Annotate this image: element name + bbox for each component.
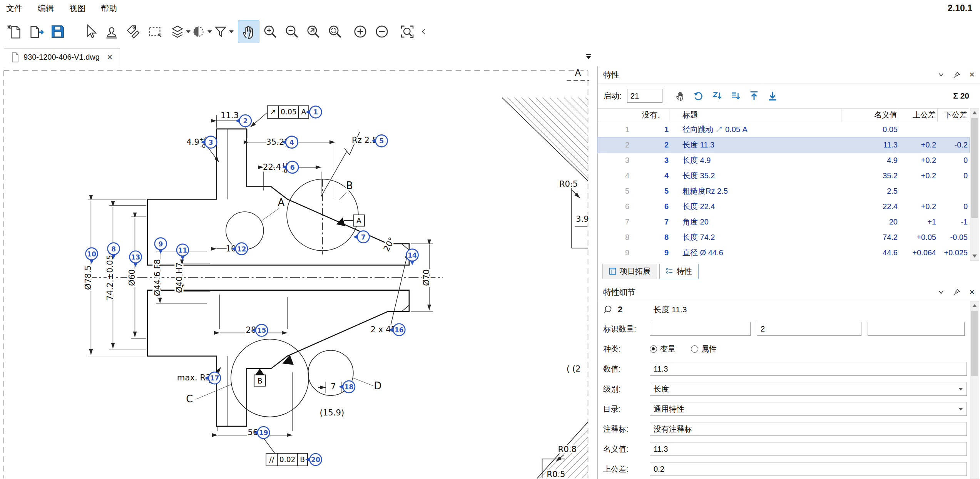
marquee-select-button[interactable] (144, 20, 166, 43)
close-details-button[interactable]: ✕ (968, 288, 976, 296)
move-top-button[interactable] (748, 89, 761, 102)
table-row[interactable]: 33长度 4.94.9+0.20 (598, 153, 969, 168)
collapse-panel-button[interactable] (937, 70, 945, 79)
column-upper-tolerance[interactable]: 上公差 (899, 109, 938, 122)
panel-splitter[interactable] (598, 279, 980, 284)
increase-button[interactable] (350, 20, 371, 43)
details-panel-title: 特性细节 (603, 287, 635, 298)
tab-characteristics[interactable]: 特性 (659, 264, 699, 279)
balloon-9[interactable]: 9 (155, 238, 167, 254)
table-cell: 2.5 (841, 187, 899, 196)
tab-overflow-icon (584, 54, 593, 60)
svg-text:8: 8 (111, 245, 116, 253)
class-select-value: 长度 (654, 384, 669, 394)
id-count-input-1[interactable] (650, 322, 751, 336)
close-tab-icon[interactable]: ✕ (107, 53, 113, 62)
menu-edit[interactable]: 编辑 (38, 3, 54, 14)
zoom-in-button[interactable] (259, 20, 281, 43)
balloon-11[interactable]: 11 (177, 244, 189, 260)
catalog-select[interactable]: 通用特性 (650, 402, 967, 416)
split-view-dropdown-arrow-icon[interactable] (207, 30, 212, 33)
zoom-region-button[interactable] (396, 20, 418, 43)
column-no[interactable]: 没有。 (598, 109, 669, 122)
scroll-up-icon[interactable] (970, 301, 979, 310)
tags-tool-button[interactable] (122, 20, 144, 43)
close-panel-button[interactable]: ✕ (968, 70, 976, 79)
characteristic-number: 2 (618, 305, 622, 315)
list-order-button[interactable] (729, 89, 742, 102)
column-nominal[interactable]: 名义值 (841, 109, 899, 122)
table-row[interactable]: 99直径 Ø 44.644.6+0.064+0.025 (598, 245, 969, 261)
document-tab[interactable]: 930-1200-406-V1.dwg ✕ (4, 48, 120, 66)
scroll-down-icon[interactable] (970, 252, 979, 260)
details-scrollbar-thumb[interactable] (971, 311, 978, 376)
table-row[interactable]: 55粗糙度Rz 2.52.5 (598, 184, 969, 199)
drawing-canvas[interactable]: 11.34.9+0.2-035.2+0.2-0Rz 2.522.4+0.2-0B… (0, 66, 597, 479)
field-label: 标识数量: (603, 324, 650, 334)
table-row[interactable]: 66长度 22.422.4+0.20 (598, 199, 969, 214)
table-row[interactable]: 22长度 11.311.3+0.2-0.2 (598, 137, 969, 153)
svg-text:10: 10 (87, 250, 96, 258)
renumber-button[interactable] (692, 89, 705, 102)
details-scrollbar[interactable] (970, 301, 979, 479)
table-row[interactable]: 77角度 2020+1-1 (598, 214, 969, 230)
drawing-dimension-text: ( (2 (567, 364, 581, 373)
balloon-7[interactable]: 7 (353, 231, 370, 243)
collapse-details-button[interactable] (937, 288, 945, 296)
column-title[interactable]: 标题 (669, 109, 841, 122)
table-cell: +0.05 (899, 233, 938, 242)
table-cell: 20 (841, 218, 899, 226)
zoom-fit-button[interactable] (303, 20, 324, 43)
split-view-button[interactable] (191, 20, 212, 43)
table-row[interactable]: 88长度 74.274.2+0.05-0.05 (598, 230, 969, 245)
new-document-button[interactable] (4, 20, 25, 43)
table-scrollbar[interactable] (970, 108, 979, 261)
balloon-14[interactable]: 14 (406, 249, 418, 265)
value-input[interactable] (650, 362, 967, 376)
collapse-toolbar-button[interactable] (418, 20, 430, 43)
pan-mode-button[interactable] (674, 89, 687, 102)
scroll-up-icon[interactable] (970, 109, 979, 117)
balloon-20[interactable]: 20 (306, 454, 322, 466)
zoom-out-button[interactable] (281, 20, 303, 43)
balloon-13[interactable]: 13 (130, 251, 142, 267)
menu-view[interactable]: 视图 (69, 3, 85, 14)
table-row[interactable]: 11径向跳动 ↗ 0.05 A0.05 (598, 122, 969, 137)
layers-button[interactable] (169, 20, 191, 43)
id-count-input-3[interactable] (868, 322, 965, 336)
table-row[interactable]: 44长度 35.235.2+0.20 (598, 168, 969, 184)
svg-text:20: 20 (311, 456, 320, 464)
radio-attribute[interactable] (691, 345, 698, 353)
tab-overflow-button[interactable] (584, 54, 593, 62)
column-lower-tolerance[interactable]: 下公差 (938, 109, 969, 122)
menu-file[interactable]: 文件 (6, 3, 22, 14)
class-select[interactable]: 长度 (650, 382, 967, 396)
move-bottom-button[interactable] (766, 89, 779, 102)
properties-controls: 启动: (598, 84, 980, 108)
zoom-selection-button[interactable] (324, 20, 346, 43)
menu-help[interactable]: 帮助 (101, 3, 117, 14)
nominal-input[interactable] (650, 442, 967, 456)
pin-details-button[interactable] (952, 288, 961, 296)
drawing-dimension-text: Ø40 H7 (174, 262, 184, 293)
document-tab-bar: 930-1200-406-V1.dwg ✕ (0, 46, 980, 66)
filter-button[interactable] (212, 20, 234, 43)
note-input[interactable] (650, 422, 967, 436)
select-tool-button[interactable] (79, 20, 101, 43)
save-button[interactable] (47, 20, 69, 43)
filter-dropdown-arrow-icon[interactable] (229, 30, 234, 33)
sort-button[interactable] (711, 89, 724, 102)
pan-tool-button[interactable] (238, 20, 259, 43)
layers-dropdown-arrow-icon[interactable] (186, 30, 191, 33)
upper-tolerance-input[interactable] (650, 462, 967, 476)
tab-project-extension[interactable]: 项目拓展 (602, 264, 657, 279)
radio-variable[interactable] (650, 345, 657, 353)
start-input[interactable] (627, 89, 662, 103)
open-document-button[interactable] (25, 20, 47, 43)
pin-panel-button[interactable] (952, 70, 961, 79)
decrease-button[interactable] (371, 20, 393, 43)
balloon-10[interactable]: 10 (86, 248, 98, 264)
id-count-input-2[interactable] (757, 322, 861, 336)
stamp-tool-button[interactable] (101, 20, 122, 43)
table-scrollbar-thumb[interactable] (971, 118, 978, 218)
